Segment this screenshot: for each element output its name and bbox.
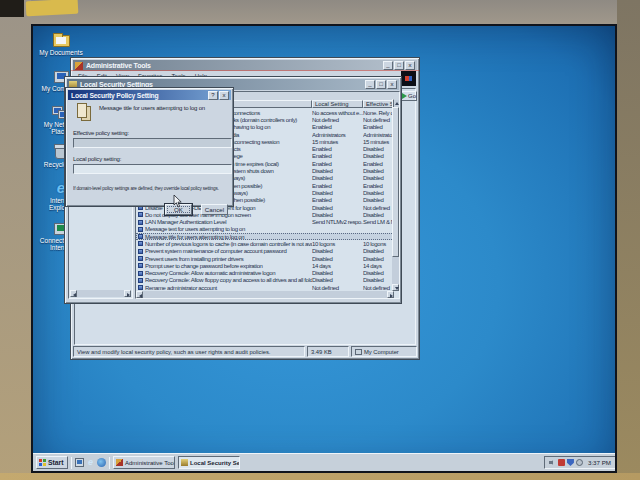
minimize-button[interactable]: _ — [383, 61, 393, 70]
mouse-cursor — [173, 194, 182, 212]
close-button[interactable]: x — [219, 91, 229, 100]
policy-name: Recovery Console: Allow floppy copy and … — [145, 277, 312, 283]
policy-row[interactable]: Prevent system maintenance of computer a… — [136, 248, 394, 255]
clock-tray-icon[interactable] — [576, 459, 583, 466]
column-header-local-setting[interactable]: Local Setting — [312, 100, 363, 108]
monitor-bezel-bottom — [0, 473, 640, 480]
policy-local-setting: Enabled — [312, 124, 363, 130]
policy-effective-setting: Disabled — [363, 175, 394, 181]
policy-effective-setting: Not defined — [363, 285, 394, 291]
crt-artifact-line — [71, 70, 419, 71]
taskbar-task-local-security-settings[interactable]: Local Security Settings — [178, 456, 240, 469]
internet-explorer-icon[interactable]: e — [86, 458, 95, 467]
start-button[interactable]: Start — [36, 456, 68, 469]
policy-local-setting: 15 minutes — [312, 139, 363, 145]
shield-icon[interactable] — [567, 459, 574, 466]
policy-effective-setting: Disabled — [363, 197, 394, 203]
red-status-icon[interactable] — [558, 459, 565, 466]
policy-local-setting: Enabled — [312, 153, 363, 159]
my-computer-icon — [355, 349, 362, 355]
outlook-express-icon[interactable] — [97, 458, 106, 467]
local-security-policy-setting-dialog: Local Security Policy Setting ? x Messag… — [65, 87, 234, 207]
scroll-left-icon[interactable] — [70, 290, 77, 297]
policy-row[interactable]: LAN Manager Authentication Level Send NT… — [136, 218, 394, 225]
desktop-icon-my-documents[interactable]: My Documents — [38, 30, 84, 56]
effective-setting-field — [73, 138, 232, 148]
policy-name: Number of previous logons to cache (in c… — [145, 241, 312, 247]
policy-row[interactable]: Recovery Console: Allow floppy copy and … — [136, 277, 394, 284]
local-setting-label: Local policy setting: — [73, 156, 121, 162]
window-title: Administrative Tools — [86, 62, 151, 69]
policy-row[interactable]: Message text for users attempting to log… — [136, 226, 394, 233]
photo-dark-corner — [0, 0, 24, 17]
tree-horizontal-scrollbar[interactable] — [70, 290, 131, 297]
policy-effective-setting: Disabled — [363, 153, 394, 159]
maximize-button[interactable]: □ — [394, 61, 404, 70]
local-setting-field[interactable] — [73, 164, 232, 174]
local-security-icon — [181, 459, 188, 466]
monitor-bezel-right — [617, 0, 640, 480]
policy-effective-setting: Disabled — [363, 190, 394, 196]
monitor-bezel-left — [0, 0, 31, 480]
go-button[interactable]: Go — [400, 91, 417, 101]
policy-effective-setting: Not defined — [363, 117, 394, 123]
policy-effective-setting: Disabled — [363, 256, 394, 262]
policy-local-setting: Administrators — [312, 132, 363, 138]
policy-local-setting: Send NTLMv2 respo... — [312, 219, 363, 225]
admin-tools-icon — [116, 459, 123, 466]
policy-local-setting: Disabled — [312, 190, 363, 196]
policy-local-setting: 14 days — [312, 263, 363, 269]
policy-row[interactable]: Prevent users from installing printer dr… — [136, 255, 394, 262]
scroll-left-icon[interactable] — [136, 291, 143, 298]
list-horizontal-scrollbar[interactable] — [136, 291, 394, 298]
policy-name: Prompt user to change password before ex… — [145, 263, 312, 269]
scroll-right-icon[interactable] — [387, 291, 394, 298]
taskbar-task-admin-tools[interactable]: Administrative Tools — [113, 456, 175, 469]
close-button[interactable]: x — [405, 61, 415, 70]
effective-setting-label: Effective policy setting: — [73, 130, 129, 136]
status-size: 3.49 KB — [307, 346, 349, 357]
volume-icon[interactable] — [549, 459, 556, 466]
scroll-right-icon[interactable] — [124, 290, 131, 297]
maximize-button[interactable]: □ — [376, 80, 386, 89]
minimize-button[interactable]: _ — [365, 80, 375, 89]
show-desktop-icon[interactable] — [75, 458, 84, 467]
cancel-button[interactable]: Cancel — [201, 204, 228, 215]
policy-local-setting: Disabled — [312, 205, 363, 211]
policy-name: Prevent users from installing printer dr… — [145, 256, 312, 262]
dialog-policy-name: Message title for users attempting to lo… — [99, 105, 228, 111]
bezel-sticker — [26, 0, 79, 16]
folder-icon — [53, 35, 70, 47]
policy-effective-setting: Disabled — [363, 277, 394, 283]
quick-launch: e — [75, 458, 106, 467]
taskbar-divider — [109, 457, 110, 469]
go-label: Go — [408, 93, 416, 99]
vertical-scrollbar[interactable] — [392, 100, 399, 291]
policy-local-setting: Not defined — [312, 117, 363, 123]
policy-row[interactable]: Message title for users attempting to lo… — [136, 233, 394, 240]
dialog-titlebar[interactable]: Local Security Policy Setting ? x — [68, 90, 231, 100]
taskbar: Start e Administrative Tools Local Secur… — [33, 453, 617, 471]
policy-row[interactable]: Prompt user to change password before ex… — [136, 262, 394, 269]
policy-icon — [138, 227, 143, 232]
policy-effective-setting: Disabled — [363, 270, 394, 276]
scroll-down-icon[interactable] — [392, 284, 399, 291]
status-bar: View and modify local security policy, s… — [73, 346, 417, 357]
task-label: Local Security Settings — [190, 460, 240, 466]
system-tray: 3:37 PM — [544, 456, 616, 469]
policy-effective-setting: 15 minutes — [363, 139, 394, 145]
policy-effective-setting: Disabled — [363, 168, 394, 174]
scrollbar-thumb[interactable] — [392, 107, 399, 257]
policy-effective-setting: Enabled — [363, 124, 394, 130]
status-text: View and modify local security policy, s… — [73, 346, 305, 357]
help-button[interactable]: ? — [208, 91, 218, 100]
policy-name: Message text for users attempting to log… — [145, 226, 312, 232]
crt-screen: My Documents My Computer My Network Plac… — [31, 24, 617, 473]
policy-effective-setting: Disabled — [363, 248, 394, 254]
policy-effective-setting: Not defined — [363, 205, 394, 211]
policy-row[interactable]: Number of previous logons to cache (in c… — [136, 240, 394, 247]
policy-local-setting: Disabled — [312, 248, 363, 254]
close-button[interactable]: x — [387, 80, 397, 89]
policy-row[interactable]: Recovery Console: Allow automatic admini… — [136, 270, 394, 277]
policy-local-setting: Disabled — [312, 270, 363, 276]
